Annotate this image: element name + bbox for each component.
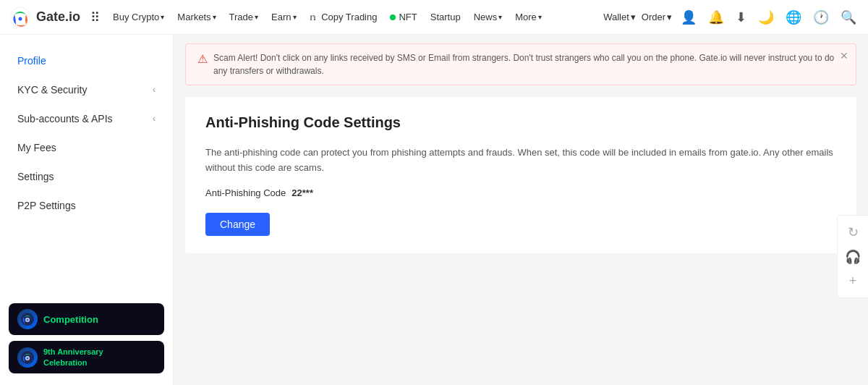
language-icon[interactable]: 🌐 — [783, 7, 804, 28]
nav-items: Buy Crypto▾ Markets▾ Trade▾ Earn▾ 𝕟 Copy… — [107, 7, 600, 27]
sidebar-item-my-fees[interactable]: My Fees — [0, 133, 173, 162]
page-title: Anti-Phishing Code Settings — [205, 114, 836, 131]
code-row: Anti-Phishing Code 22*** — [205, 187, 836, 198]
navbar: Gate.io ⠿ Buy Crypto▾ Markets▾ Trade▾ Ea… — [0, 0, 868, 35]
floating-right-panel: ↻ 🎧 + — [837, 215, 868, 298]
alert-close-button[interactable]: ✕ — [840, 50, 848, 62]
chevron-icon: ▾ — [213, 13, 216, 21]
sidebar-nav: Profile KYC & Security ‹ Sub-accounts & … — [0, 41, 173, 226]
grid-icon[interactable]: ⠿ — [90, 9, 100, 25]
nft-dot-icon — [390, 14, 396, 20]
competition-label: Competition — [43, 314, 98, 325]
chevron-icon: ▾ — [498, 13, 502, 21]
clock-icon[interactable]: 🕐 — [810, 7, 832, 28]
chevron-icon: ‹ — [153, 114, 156, 124]
main-content: ⚠ Scam Alert! Don't click on any links r… — [174, 35, 868, 385]
sidebar: Profile KYC & Security ‹ Sub-accounts & … — [0, 35, 174, 385]
content-card: Anti-Phishing Code Settings The anti-phi… — [185, 97, 856, 253]
sidebar-item-settings[interactable]: Settings — [0, 162, 173, 191]
download-icon[interactable]: ⬇ — [733, 7, 749, 28]
wallet-button[interactable]: Wallet▾ — [603, 12, 636, 22]
nav-item-buy-crypto[interactable]: Buy Crypto▾ — [107, 7, 170, 27]
anniversary-logo-icon — [20, 350, 35, 365]
theme-icon[interactable]: 🌙 — [755, 7, 777, 28]
nav-item-nft[interactable]: NFT — [384, 7, 422, 27]
svg-point-5 — [27, 319, 29, 321]
svg-point-8 — [27, 357, 29, 359]
add-icon[interactable]: + — [842, 271, 864, 292]
chevron-icon: ▾ — [255, 13, 258, 21]
banner-competition[interactable]: Competition — [9, 303, 164, 335]
competition-logo-icon — [20, 312, 35, 326]
sidebar-item-subaccounts-apis[interactable]: Sub-accounts & APIs ‹ — [0, 104, 173, 133]
sidebar-item-kyc-security[interactable]: KYC & Security ‹ — [0, 75, 173, 104]
logo-link[interactable]: Gate.io — [9, 6, 80, 29]
headset-icon[interactable]: 🎧 — [842, 246, 864, 268]
chevron-icon: ▾ — [538, 13, 542, 21]
chevron-icon: ▾ — [631, 12, 636, 22]
scam-alert: ⚠ Scam Alert! Don't click on any links r… — [185, 43, 856, 85]
sidebar-item-p2p-settings[interactable]: P2P Settings — [0, 191, 173, 220]
nav-item-earn[interactable]: Earn▾ — [265, 7, 302, 27]
nav-item-news[interactable]: News▾ — [468, 7, 509, 27]
code-label: Anti-Phishing Code — [205, 187, 286, 198]
chevron-icon: ▾ — [161, 13, 164, 21]
logo-text: Gate.io — [36, 9, 80, 25]
competition-icon — [17, 309, 38, 329]
refresh-icon[interactable]: ↻ — [842, 221, 864, 243]
user-icon[interactable]: 👤 — [678, 7, 699, 28]
nav-item-more[interactable]: More▾ — [509, 7, 548, 27]
layout: Profile KYC & Security ‹ Sub-accounts & … — [0, 35, 868, 385]
logo-icon — [9, 6, 32, 29]
order-button[interactable]: Order▾ — [642, 12, 672, 22]
alert-icon: ⚠ — [197, 52, 208, 66]
change-button[interactable]: Change — [205, 213, 270, 236]
anniversary-text: 9th Anniversary Celebration — [43, 347, 103, 368]
svg-point-2 — [19, 17, 22, 20]
sidebar-banners: Competition 9th Anniversary Celebration — [0, 297, 173, 379]
anniversary-icon — [17, 347, 38, 368]
alert-text: Scam Alert! Don't click on any links rec… — [213, 51, 844, 77]
banner-anniversary[interactable]: 9th Anniversary Celebration — [9, 341, 164, 373]
content-description: The anti-phishing code can protect you f… — [205, 145, 836, 176]
chevron-icon: ▾ — [293, 13, 297, 21]
nav-item-trade[interactable]: Trade▾ — [224, 7, 264, 27]
nav-item-copy-trading[interactable]: 𝕟 Copy Trading — [304, 7, 383, 27]
chevron-icon: ‹ — [153, 85, 156, 95]
nav-item-markets[interactable]: Markets▾ — [171, 7, 221, 27]
sidebar-item-profile[interactable]: Profile — [0, 46, 173, 75]
bell-icon[interactable]: 🔔 — [705, 7, 727, 28]
nav-right: Wallet▾ Order▾ 👤 🔔 ⬇ 🌙 🌐 🕐 🔍 — [603, 7, 859, 28]
code-value: 22*** — [292, 187, 313, 198]
search-icon[interactable]: 🔍 — [838, 7, 859, 28]
nav-item-startup[interactable]: Startup — [425, 7, 467, 27]
chevron-icon: ▾ — [667, 12, 672, 22]
